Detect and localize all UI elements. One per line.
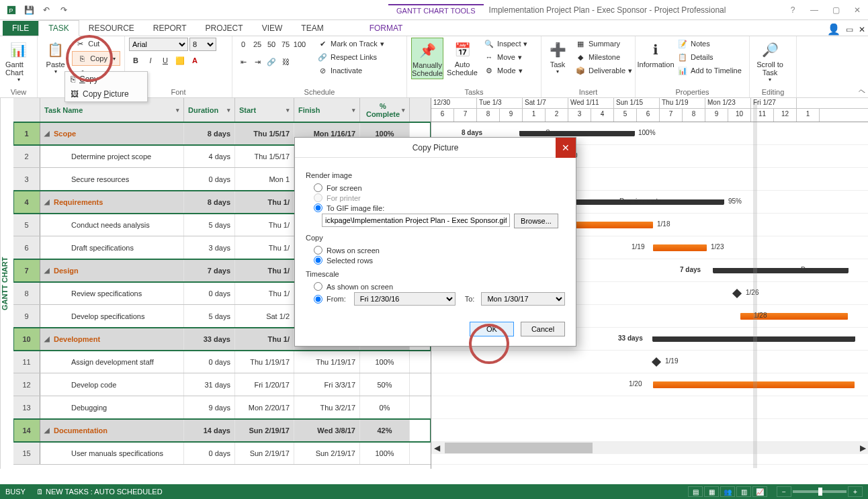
insert-task-button[interactable]: ➕Task▾ xyxy=(546,38,570,76)
scroll-to-task-button[interactable]: 🔎Scroll to Task▾ xyxy=(754,38,786,84)
fontcolor-button[interactable]: A xyxy=(188,54,202,67)
radio-from[interactable]: From: Fri 12/30/16 To: Mon 1/30/17 xyxy=(314,292,565,306)
col-pct[interactable]: % Complete▾ xyxy=(360,98,410,122)
ribbon-options-icon[interactable]: ▭ xyxy=(846,25,853,34)
radio-to-gif[interactable]: To GIF image file: xyxy=(314,203,565,212)
row-number[interactable]: 1 xyxy=(13,122,40,144)
expander-icon[interactable]: ◢ xyxy=(44,130,51,137)
dialog-close-button[interactable]: ✕ xyxy=(556,138,576,158)
help-icon[interactable]: ? xyxy=(785,2,801,18)
cell-task[interactable]: ◢Design xyxy=(40,259,184,281)
cell-duration[interactable]: 0 days xyxy=(184,282,235,304)
manually-schedule-button[interactable]: 📌Manually Schedule xyxy=(411,38,443,79)
row-number[interactable]: 9 xyxy=(13,305,40,327)
cell-finish[interactable]: Sun 2/19/17 xyxy=(294,442,360,464)
zoom-slider[interactable] xyxy=(793,490,847,493)
cell-start[interactable]: Thu 1/19/17 xyxy=(235,351,294,373)
restore-icon[interactable]: ▢ xyxy=(828,2,844,18)
close-window-icon[interactable]: ✕ xyxy=(849,2,865,18)
cell-duration[interactable]: 4 days xyxy=(184,145,235,167)
cell-pct[interactable]: 42% xyxy=(360,419,410,441)
row-number[interactable]: 12 xyxy=(13,373,40,396)
view-gantt-icon[interactable]: ▤ xyxy=(688,486,703,497)
information-button[interactable]: ℹInformation xyxy=(640,38,672,70)
cell-duration[interactable]: 0 days xyxy=(184,351,235,373)
cell-duration[interactable]: 5 days xyxy=(184,214,235,236)
expander-icon[interactable]: ◢ xyxy=(44,198,51,206)
cell-duration[interactable]: 14 days xyxy=(184,419,235,441)
table-row[interactable]: 15User manuals specifications0 daysSun 2… xyxy=(13,442,431,465)
cell-pct[interactable]: 0% xyxy=(360,396,410,418)
cell-start[interactable]: Mon 1 xyxy=(235,168,294,190)
mode-button[interactable]: ⚙Mode ▾ xyxy=(481,64,530,77)
cell-duration[interactable]: 31 days xyxy=(184,373,235,396)
pct25-button[interactable]: 25 xyxy=(251,38,264,51)
task-bar[interactable] xyxy=(653,244,707,251)
inspect-button[interactable]: 🔍Inspect ▾ xyxy=(481,38,530,50)
cell-task[interactable]: Review specifications xyxy=(40,282,184,304)
inactivate-button[interactable]: ⊘Inactivate xyxy=(314,64,387,77)
table-row[interactable]: 11Assign development staff0 daysThu 1/19… xyxy=(13,351,431,373)
link-button[interactable]: 🔗 xyxy=(265,55,278,69)
cell-start[interactable]: Fri 1/20/17 xyxy=(235,373,294,396)
cell-duration[interactable]: 8 days xyxy=(184,122,235,144)
row-number[interactable]: 3 xyxy=(13,168,40,190)
pct0-button[interactable]: 0 xyxy=(236,38,250,51)
view-report-icon[interactable]: 📈 xyxy=(752,486,767,497)
cell-duration[interactable]: 3 days xyxy=(184,236,235,259)
cell-task[interactable]: Determine project scope xyxy=(40,145,184,167)
redo-icon[interactable]: ↷ xyxy=(58,4,70,16)
tab-resource[interactable]: RESOURCE xyxy=(79,21,144,36)
mark-on-track-button[interactable]: ✔Mark on Track ▾ xyxy=(314,38,387,50)
collapse-ribbon-icon[interactable]: ヘ xyxy=(859,87,865,96)
tab-project[interactable]: PROJECT xyxy=(196,21,253,36)
cell-task[interactable]: Secure resources xyxy=(40,168,184,190)
underline-button[interactable]: U xyxy=(159,54,172,67)
pct75-button[interactable]: 75 xyxy=(279,38,292,51)
cell-duration[interactable]: 8 days xyxy=(184,191,235,213)
undo-icon[interactable]: ↶ xyxy=(40,4,52,16)
cell-task[interactable]: Assign development staff xyxy=(40,351,184,373)
radio-rows-screen[interactable]: Rows on screen xyxy=(314,246,565,255)
italic-button[interactable]: I xyxy=(144,54,157,67)
pct100-button[interactable]: 100 xyxy=(293,38,306,51)
from-date-select[interactable]: Fri 12/30/16 xyxy=(354,292,455,306)
row-number[interactable]: 15 xyxy=(13,442,40,464)
dropdown-icon[interactable]: ▾ xyxy=(352,107,355,114)
dropdown-icon[interactable]: ▾ xyxy=(227,107,230,114)
cell-task[interactable]: ◢Documentation xyxy=(40,419,184,441)
notes-button[interactable]: 📝Notes xyxy=(675,38,744,50)
summary-bar[interactable] xyxy=(713,268,848,273)
zoom-in-icon[interactable]: + xyxy=(848,486,863,497)
deliverable-button[interactable]: 📦Deliverable ▾ xyxy=(572,64,635,77)
cell-start[interactable]: Sun 2/19/17 xyxy=(235,419,294,441)
expander-icon[interactable]: ◢ xyxy=(44,267,51,274)
summary-bar[interactable] xyxy=(520,131,634,136)
cell-start[interactable]: Thu 1/ xyxy=(235,191,294,213)
summary-button[interactable]: ▦Summary xyxy=(572,38,635,50)
account-icon[interactable]: 👤 xyxy=(827,23,840,36)
indent-button[interactable]: ⇥ xyxy=(251,55,264,69)
row-number[interactable]: 13 xyxy=(13,396,40,418)
dropdown-icon[interactable]: ▾ xyxy=(176,107,179,114)
cell-task[interactable]: Conduct needs analysis xyxy=(40,214,184,236)
cell-start[interactable]: Thu 1/5/17 xyxy=(235,145,294,167)
outdent-button[interactable]: ⇤ xyxy=(236,55,250,69)
cell-task[interactable]: Develop code xyxy=(40,373,184,396)
row-number[interactable]: 6 xyxy=(13,236,40,259)
cell-duration[interactable]: 33 days xyxy=(184,328,235,350)
row-number[interactable]: 7 xyxy=(13,259,40,281)
save-icon[interactable]: 💾 xyxy=(23,4,35,16)
row-number[interactable]: 10 xyxy=(13,328,40,350)
cell-start[interactable]: Thu 1/ xyxy=(235,236,294,259)
paste-button[interactable]: 📋Paste▾ xyxy=(42,38,69,76)
cell-duration[interactable]: 0 days xyxy=(184,168,235,190)
cell-start[interactable]: Mon 2/20/17 xyxy=(235,396,294,418)
zoom-out-icon[interactable]: − xyxy=(777,486,791,497)
cell-duration[interactable]: 7 days xyxy=(184,259,235,281)
newtasks-status[interactable]: 🗓 NEW TASKS : AUTO SCHEDULED xyxy=(36,488,163,496)
cell-start[interactable]: Thu 1/ xyxy=(235,328,294,350)
doc-close-icon[interactable]: ✕ xyxy=(859,25,865,34)
cell-start[interactable]: Thu 1/ xyxy=(235,214,294,236)
browse-button[interactable]: Browse... xyxy=(514,214,558,228)
